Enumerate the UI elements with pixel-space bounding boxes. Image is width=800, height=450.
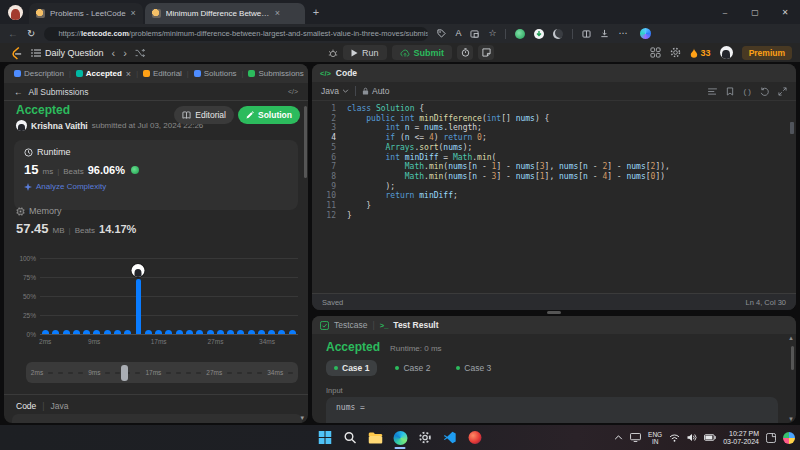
premium-button[interactable]: Premium <box>742 46 792 60</box>
bookmark-icon[interactable] <box>726 87 734 96</box>
case-tab-1[interactable]: Case 1 <box>326 360 377 376</box>
run-button[interactable]: Run <box>343 45 387 60</box>
tab-solutions[interactable]: Solutions <box>190 69 241 78</box>
tab-editorial[interactable]: Editorial <box>139 69 186 78</box>
code-line[interactable]: 2 public int minDifference(int[] nums) { <box>312 114 796 124</box>
submit-button[interactable]: Submit <box>392 45 453 60</box>
slider-handle[interactable] <box>121 365 128 381</box>
runtime-distribution-chart[interactable]: 100%75%50%25%0% 2ms9ms17ms27ms34ms <box>14 250 302 354</box>
tab-close-icon[interactable]: × <box>131 9 136 18</box>
editorial-button[interactable]: Editorial <box>174 106 234 124</box>
tab-test-result[interactable]: Test Result <box>393 320 438 330</box>
brackets-icon[interactable]: ( ) <box>743 87 751 96</box>
copilot-icon[interactable] <box>640 28 651 39</box>
code-line[interactable]: 5 Arrays.sort(nums); <box>312 143 796 153</box>
cast-display-icon[interactable] <box>630 433 641 442</box>
notes-button[interactable] <box>478 45 494 60</box>
scroll-up-icon[interactable]: ▲ <box>788 335 794 341</box>
chart-range-slider[interactable]: 2ms9ms17ms27ms34ms <box>26 362 298 383</box>
browser-tab-problems[interactable]: Problems - LeetCode × <box>29 3 143 24</box>
scroll-down-icon[interactable]: ▾ <box>300 414 304 422</box>
browser-tab-current[interactable]: Minimum Difference Between La × <box>145 3 305 24</box>
case-tab-3[interactable]: Case 3 <box>448 360 499 376</box>
code-line[interactable]: 11 } <box>312 201 796 211</box>
back-icon[interactable]: ← <box>8 29 18 39</box>
code-line[interactable]: 4 if (n <= 4) return 0; <box>312 133 796 143</box>
refresh-icon[interactable]: ↻ <box>27 29 35 39</box>
read-aloud-icon[interactable]: A <box>455 29 461 38</box>
tray-chevron-up-icon[interactable] <box>614 435 623 440</box>
window-minimize-button[interactable]: – <box>710 0 740 24</box>
test-panel-scrollbar[interactable] <box>791 346 794 370</box>
all-submissions-bar[interactable]: ← All Submissions </> <box>4 83 308 101</box>
address-bar[interactable]: https://leetcode.com/problems/minimum-di… <box>44 27 428 41</box>
tab-testcase[interactable]: Testcase <box>334 320 368 330</box>
fullscreen-icon[interactable] <box>778 87 787 96</box>
volume-icon[interactable] <box>687 433 697 442</box>
code-editor-content[interactable]: 1class Solution {2 public int minDiffere… <box>312 104 796 220</box>
code-line[interactable]: 1class Solution { <box>312 104 796 114</box>
code-line[interactable]: 12} <box>312 211 796 221</box>
tab-description[interactable]: Description <box>10 69 68 78</box>
runtime-card[interactable]: Runtime 15 ms | Beats 96.06% Analyze Com… <box>14 140 298 210</box>
wifi-icon[interactable] <box>669 434 680 442</box>
code-line[interactable]: 3 int n = nums.length; <box>312 123 796 133</box>
tab-accepted[interactable]: Accepted× <box>72 69 135 79</box>
language-indicator[interactable]: ENGIN <box>648 431 662 445</box>
collections-tag-icon[interactable] <box>437 29 446 38</box>
language-selector[interactable]: Java <box>321 86 349 96</box>
panel-resize-handle[interactable] <box>547 311 561 314</box>
downloads-icon[interactable] <box>600 29 609 38</box>
leetcode-logo[interactable] <box>10 46 23 60</box>
vscode-icon[interactable] <box>442 429 459 446</box>
auto-mode-toggle[interactable]: Auto <box>362 86 390 96</box>
screenshot-icon[interactable] <box>470 30 479 38</box>
memory-block[interactable]: Memory 57.45 MB | Beats 14.17% <box>16 206 136 236</box>
extension-adblock-icon[interactable] <box>515 29 525 39</box>
action-center-icon[interactable] <box>766 433 776 443</box>
code-line[interactable]: 8 Math.min(nums[n - 3] - nums[1], nums[n… <box>312 172 796 182</box>
start-button[interactable] <box>317 429 334 446</box>
clock[interactable]: 10:27 PM03-07-2024 <box>723 430 759 446</box>
code-line[interactable]: 6 int minDiff = Math.min( <box>312 153 796 163</box>
app-icon-red[interactable] <box>467 429 484 446</box>
code-line[interactable]: 7 Math.min(nums[n - 1] - nums[3], nums[n… <box>312 162 796 172</box>
search-icon[interactable] <box>342 429 359 446</box>
file-explorer-icon[interactable] <box>367 429 384 446</box>
debugger-icon[interactable] <box>328 48 338 58</box>
tab-close-icon[interactable]: × <box>275 9 280 18</box>
random-question-icon[interactable] <box>135 49 145 57</box>
user-avatar[interactable] <box>720 46 733 59</box>
submitted-code-preview[interactable] <box>12 414 302 423</box>
window-maximize-button[interactable]: ▢ <box>740 0 770 24</box>
solution-button[interactable]: Solution <box>238 106 300 124</box>
source-code-icon[interactable]: </> <box>288 88 298 95</box>
code-line[interactable]: 10 return minDiff; <box>312 191 796 201</box>
reset-code-icon[interactable] <box>760 87 769 96</box>
input-value-box[interactable]: nums = <box>326 397 778 423</box>
more-menu-icon[interactable]: ⋯ <box>618 29 627 38</box>
close-icon[interactable]: × <box>126 69 131 79</box>
timer-button[interactable] <box>457 45 473 60</box>
case-tab-2[interactable]: Case 2 <box>387 360 438 376</box>
editor-minimap-thumb[interactable] <box>790 122 794 134</box>
new-tab-button[interactable]: + <box>313 6 319 18</box>
next-question-icon[interactable]: › <box>123 47 127 59</box>
layout-icon[interactable] <box>650 47 661 58</box>
streak-counter[interactable]: 33 <box>690 48 711 58</box>
analyze-complexity-link[interactable]: Analyze Complexity <box>24 182 288 191</box>
widgets-icon[interactable] <box>783 432 795 444</box>
code-line[interactable]: 9 ); <box>312 182 796 192</box>
browser-profile-avatar[interactable] <box>8 5 23 20</box>
left-panel-scrollbar[interactable] <box>304 106 307 178</box>
format-code-icon[interactable] <box>708 88 717 95</box>
extension-darkmode-icon[interactable] <box>553 29 563 39</box>
battery-icon[interactable] <box>704 434 716 441</box>
scroll-down-icon[interactable]: ▼ <box>788 416 794 422</box>
favorite-star-icon[interactable]: ☆ <box>488 29 496 38</box>
tab-submissions[interactable]: Submissions <box>244 69 307 78</box>
window-close-button[interactable]: ✕ <box>770 0 800 24</box>
settings-gear-icon[interactable] <box>670 47 681 58</box>
back-arrow-icon[interactable]: ← <box>14 87 23 97</box>
edge-browser-icon[interactable] <box>392 429 409 446</box>
